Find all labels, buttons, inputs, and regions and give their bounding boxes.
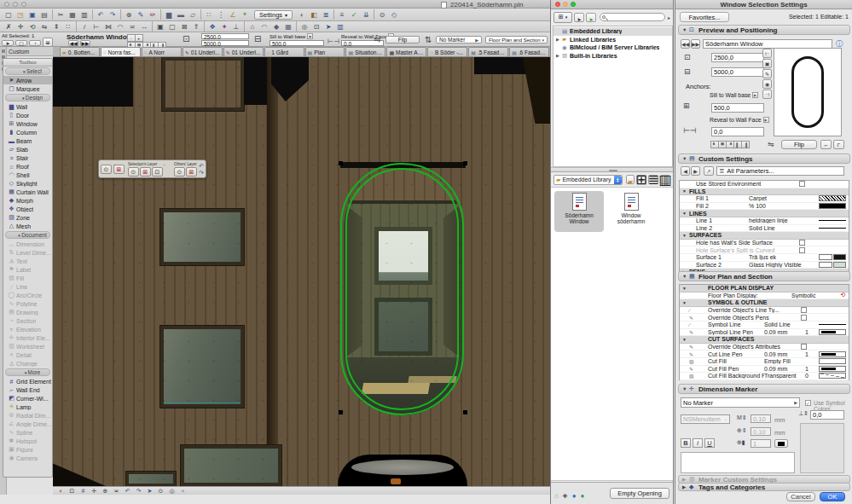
toolbar-icon[interactable] [296, 9, 308, 20]
cancel-button[interactable]: Cancel [786, 492, 815, 501]
parameter-checkbox[interactable] [799, 247, 805, 253]
nav-icon[interactable] [67, 487, 78, 495]
toolbox-item[interactable]: Mesh [3, 222, 52, 230]
toolbar-icon[interactable] [114, 21, 126, 32]
toolbar-icon[interactable] [258, 21, 270, 32]
parameter-row[interactable]: Fill 2 % 100 [680, 203, 849, 211]
view-tab[interactable]: 0. Botten... [60, 47, 100, 56]
toolbox-item[interactable]: Hotspot [3, 437, 52, 445]
parameter-swatch[interactable] [819, 351, 846, 357]
dialog-height-field[interactable]: 5000,0 [711, 67, 764, 77]
nav-icon[interactable] [55, 487, 67, 495]
others-show-button[interactable] [174, 167, 185, 177]
marker-dropdown[interactable]: No Marker▶ [436, 36, 482, 43]
nav-icon[interactable] [177, 487, 188, 495]
parameter-checkbox[interactable] [799, 240, 805, 246]
toolbar-icon[interactable] [336, 9, 348, 20]
toolbox-item[interactable]: Grid Element [3, 377, 52, 385]
toolbar-icon[interactable] [90, 21, 102, 32]
empty-opening-button[interactable]: Empty Opening [610, 488, 669, 499]
toolbar-icon[interactable] [126, 21, 138, 32]
sill-in-button[interactable]: Γ [833, 140, 844, 149]
parameter-row[interactable]: Floor Plan Display: Symbolic [680, 293, 849, 300]
nav-icon[interactable] [133, 487, 144, 495]
parameter-swatch[interactable] [819, 329, 846, 335]
toolbox-item[interactable]: Zone [3, 213, 52, 222]
dialog-reveal-field[interactable]: 0,0 [711, 127, 764, 136]
parameter-row[interactable]: Line 1 heldragen linje [680, 217, 849, 225]
next-object-button[interactable]: ▶▶ [691, 39, 700, 49]
library-part-item[interactable]: Söderhamn Window [554, 191, 604, 232]
parameter-checkbox[interactable] [801, 307, 807, 313]
parameter-row[interactable]: ▼ LINES [680, 210, 849, 217]
view-tab[interactable]: Master A3... [386, 47, 426, 56]
parameter-swatch[interactable] [819, 225, 846, 231]
toolbox-item[interactable]: Section [3, 316, 52, 325]
toolbox-item[interactable]: Wall [3, 102, 52, 111]
toolbar-icon[interactable] [3, 9, 14, 20]
toolbar-icon[interactable] [26, 9, 38, 20]
toolbar-icon[interactable] [26, 21, 38, 32]
view-tab[interactable]: .5 Fasad -... [468, 47, 508, 56]
favorites-button[interactable]: Favorites... [680, 12, 729, 22]
marker-offset-field[interactable]: 0,0 [810, 410, 844, 420]
toolbar-icon[interactable] [374, 9, 374, 20]
section-preview-positioning[interactable]: ▼ Preview and Positioning [678, 25, 850, 35]
underline-button[interactable]: U [704, 438, 715, 448]
view-large-icons-button[interactable]: ⊞ [636, 175, 646, 184]
library-tree-item[interactable]: Linked Libraries [554, 36, 672, 44]
toolbar-icon[interactable] [52, 9, 53, 20]
next-page-button[interactable]: ▶ [691, 166, 700, 176]
toolbar-icon[interactable] [3, 21, 14, 32]
toolbox-item[interactable]: Roof [3, 162, 52, 171]
marker-pen-color-button[interactable] [774, 439, 788, 448]
flip-button[interactable]: Flip [385, 36, 420, 43]
library-search-input[interactable] [600, 13, 665, 21]
parameter-swatch[interactable] [819, 358, 846, 364]
toolbox-item[interactable]: Design [5, 94, 50, 101]
next-element-button[interactable]: ▶▶ [80, 40, 90, 46]
parameter-row[interactable]: Symbol Line Solid Line [680, 322, 849, 329]
toolbox-item[interactable]: Radial Dim... [3, 411, 52, 420]
parameter-row[interactable]: Fill 1 Carpet [680, 195, 849, 203]
selection-handle[interactable] [339, 410, 343, 414]
nav-icon[interactable] [78, 487, 89, 495]
section-tags-categories[interactable]: ▶ Tags and Categories [678, 483, 850, 491]
toolbar-icon[interactable] [95, 9, 107, 20]
dialog-anchor-buttons[interactable]: ▘▀▝▌▐ [711, 141, 750, 148]
reveal-anchor-dropdown[interactable]: Reveal to Wall Face▶ [710, 117, 769, 123]
toolbar-icon[interactable] [50, 21, 62, 32]
section-floor-plan[interactable]: ▼ Floor Plan and Section [678, 271, 850, 281]
toolbar-icon[interactable] [107, 9, 119, 20]
marker-type-dropdown[interactable]: No Marker▶ [681, 397, 800, 408]
others-lock-button[interactable] [186, 167, 197, 177]
parameter-row[interactable]: Line 2 Solid Line [680, 225, 849, 233]
selection-unlock-button[interactable] [152, 167, 163, 177]
parameter-row[interactable]: ▼ FLOOR PLAN DISPLAY [680, 285, 849, 293]
toolbar-icon[interactable] [376, 9, 388, 20]
hide-layer-button[interactable] [101, 165, 112, 174]
toolbox-item[interactable]: Dimension [3, 240, 52, 248]
parameter-swatch[interactable] [819, 217, 846, 223]
parameter-row[interactable]: Cut Fill Background Pen Transparent 0 [680, 373, 849, 380]
dialog-flip-button[interactable]: Flip [781, 140, 817, 149]
parameter-checkbox[interactable] [801, 315, 807, 321]
toolbar-icon[interactable] [200, 9, 201, 20]
sill-out-button[interactable]: ⌐ [820, 140, 832, 149]
toolbar-icon[interactable] [78, 9, 90, 20]
toolbar-icon[interactable] [152, 21, 153, 32]
toolbox-item[interactable]: Window [3, 119, 52, 128]
toolbar-icon[interactable] [215, 9, 227, 20]
toolbox-item[interactable]: Label [3, 265, 52, 274]
view-tab[interactable]: Norra fas... [101, 47, 141, 56]
parameter-row[interactable]: Override Object's Attributes [680, 344, 849, 351]
toolbox-item[interactable]: Detail [3, 350, 52, 359]
lock-layer-button[interactable] [113, 165, 125, 174]
toolbar-icon[interactable] [92, 9, 93, 20]
parameter-swatch[interactable] [819, 262, 846, 268]
parameter-row[interactable]: ▼ CUT SURFACES [680, 336, 849, 344]
expand-icon[interactable] [556, 53, 562, 58]
toolbox-item[interactable]: Document [5, 231, 50, 239]
folder-up-button[interactable] [626, 175, 635, 184]
toolbar-icon[interactable] [123, 9, 135, 20]
